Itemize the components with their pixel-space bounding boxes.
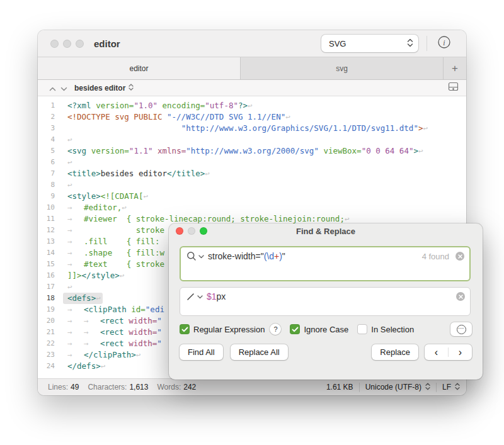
find-options: Regular Expression?Ignore CaseIn Selecti… [180, 322, 472, 336]
replace-pattern-text: $1px [207, 291, 226, 301]
regex-help-button[interactable]: ? [270, 324, 281, 335]
status-divider [436, 383, 437, 392]
code-line[interactable]: 1<?xml version="1.0" encoding="utf-8"?>↩ [38, 100, 466, 111]
title-bar: editor SVG i [38, 30, 466, 57]
info-icon: i [437, 35, 451, 52]
clear-replace-button[interactable] [456, 292, 465, 301]
file-size: 1.61 KB [326, 383, 353, 391]
line-number: 13 [38, 236, 63, 247]
ellipsis-circle-icon: ⋯ [457, 325, 466, 334]
count-item: Words:242 [157, 383, 196, 391]
prev-outline-button[interactable] [47, 82, 58, 94]
line-ending-value: LF [442, 383, 451, 391]
checkbox-checked-icon [180, 324, 190, 334]
replace-all-button[interactable]: Replace All [231, 344, 288, 360]
code-line-text: →<clipPath id="edi [63, 304, 164, 315]
tab-label: svg [336, 64, 348, 73]
tab-editor[interactable]: editor [38, 57, 241, 79]
document-counts: Lines:49Characters:1,613Words:242 [48, 383, 196, 391]
code-line[interactable]: 4↩ [38, 134, 466, 145]
code-line-text: <title>besides editor</title>↩ [63, 168, 210, 179]
clear-search-button[interactable] [455, 252, 464, 261]
code-line[interactable]: 6↩ [38, 157, 466, 168]
traffic-lights [176, 227, 207, 235]
code-line-text: </defs>↩ [63, 361, 105, 372]
next-outline-button[interactable] [58, 82, 69, 94]
split-editor-icon [448, 82, 459, 93]
code-line-text: ↩ [63, 157, 72, 168]
checkbox-in-selection[interactable]: In Selection [357, 324, 414, 334]
line-number: 4 [38, 134, 63, 145]
zoom-button[interactable] [200, 227, 207, 235]
find-all-button[interactable]: Find All [180, 344, 223, 360]
code-line[interactable]: 10→#editor,↩ [38, 202, 466, 213]
line-number: 18 [38, 293, 63, 304]
find-previous-button[interactable]: ‹ [425, 345, 448, 359]
code-line-text: →.fill { fill: [63, 236, 159, 247]
code-line-text: →→<rect width=" [63, 338, 162, 349]
add-tab-button[interactable]: + [444, 57, 466, 79]
info-button[interactable]: i [437, 37, 451, 50]
code-line-text: →.shape { fill:w [63, 247, 164, 259]
minimize-button[interactable] [63, 40, 71, 48]
status-bar: Lines:49Characters:1,613Words:242 1.61 K… [38, 378, 466, 395]
code-line-text: →→<rect width=" [63, 315, 162, 327]
find-next-button[interactable]: › [449, 345, 472, 359]
line-number: 10 [38, 202, 63, 213]
code-line-text: <svg version="1.1" xmlns="http://www.w3.… [63, 145, 423, 157]
updown-chevron-icon [407, 38, 413, 49]
code-line-text: <?xml version="1.0" encoding="utf-8"?>↩ [63, 100, 253, 111]
syntax-style-popup[interactable]: SVG [321, 35, 418, 52]
zoom-button[interactable] [76, 40, 84, 48]
code-line[interactable]: 8↩ [38, 179, 466, 191]
status-divider [359, 383, 360, 392]
close-button[interactable] [176, 227, 183, 235]
traffic-lights [50, 40, 84, 48]
svg-text:i: i [443, 38, 445, 47]
minimize-button[interactable] [188, 227, 195, 235]
line-number: 15 [38, 259, 63, 270]
code-line-text: <defs>↩ [63, 293, 103, 304]
code-line[interactable]: 7<title>besides editor</title>↩ [38, 168, 466, 179]
code-line[interactable]: 2<!DOCTYPE svg PUBLIC "-//W3C//DTD SVG 1… [38, 111, 466, 123]
line-number: 12 [38, 225, 63, 236]
find-input[interactable]: stroke-width="(\d+)" 4 found [180, 246, 471, 281]
split-editor-button[interactable] [448, 82, 459, 94]
tab-svg[interactable]: svg [241, 57, 444, 79]
tab-label: editor [129, 64, 148, 73]
chevron-up-icon [49, 82, 56, 94]
code-line[interactable]: 5<svg version="1.1" xmlns="http://www.w3… [38, 145, 466, 157]
updown-chevron-icon [455, 383, 460, 392]
line-number: 19 [38, 304, 63, 315]
window-title: editor [94, 38, 120, 49]
encoding-popup[interactable]: Unicode (UTF-8) [365, 383, 430, 392]
code-line[interactable]: 3 "http://www.w3.org/Graphics/SVG/1.1/DT… [38, 123, 466, 134]
close-button[interactable] [50, 40, 59, 48]
code-line-text: →#text { stroke [63, 259, 164, 270]
search-history-chevron-icon[interactable] [198, 255, 204, 259]
updown-chevron-icon [129, 84, 134, 93]
syntax-style-value: SVG [329, 39, 346, 48]
checkbox-unchecked-icon [357, 324, 367, 334]
updown-chevron-icon [425, 383, 430, 392]
checkbox-label: Ignore Case [304, 325, 348, 334]
code-line-text: →→<rect width=" [63, 327, 162, 338]
line-ending-popup[interactable]: LF [442, 383, 460, 392]
replace-history-chevron-icon[interactable] [197, 295, 203, 299]
code-line-text: →#editor,↩ [63, 202, 127, 213]
line-number: 2 [38, 111, 63, 123]
code-line[interactable]: 9<style><![CDATA[↩ [38, 191, 466, 202]
code-line-text: "http://www.w3.org/Graphics/SVG/1.1/DTD/… [63, 123, 428, 134]
checkbox-regular-expression[interactable]: Regular Expression [180, 324, 265, 334]
replace-button[interactable]: Replace [372, 344, 418, 360]
found-count-badge: 4 found [422, 252, 449, 261]
code-line-text: →</clipPath>↩ [63, 349, 140, 361]
pencil-icon [186, 292, 195, 301]
checkbox-ignore-case[interactable]: Ignore Case [290, 324, 348, 334]
outline-label: besides editor [74, 84, 125, 93]
advanced-options-button[interactable]: ⋯ [450, 322, 472, 336]
code-line-text: <!DOCTYPE svg PUBLIC "-//W3C//DTD SVG 1.… [63, 111, 290, 123]
line-number: 21 [38, 327, 63, 338]
outline-menu[interactable]: besides editor [74, 84, 134, 93]
replace-input[interactable]: $1px [180, 287, 471, 316]
